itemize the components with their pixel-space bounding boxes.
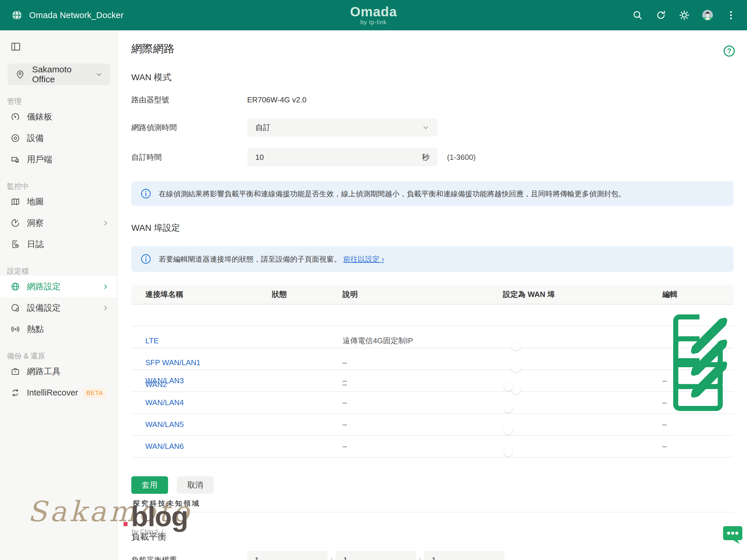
top-bar-actions (632, 0, 737, 30)
port-description: – (342, 398, 503, 407)
col-set-as-wan: 設定為 WAN 埠 (503, 289, 662, 299)
detection-interval-select[interactable]: 自訂 (247, 118, 438, 136)
col-edit: 編輯 (662, 289, 733, 299)
router-model-label: 路由器型號 (131, 95, 247, 105)
lb-colon: : (331, 551, 333, 560)
load-balance-weight-row: 負載平衡權重 : : (131, 551, 733, 560)
chevron-down-icon (95, 71, 103, 78)
main-content: ? 網際網路 WAN 模式 路由器型號 ER706W-4G v2.0 網路偵測時… (118, 30, 747, 560)
col-description: 說明 (342, 289, 503, 299)
section-label-management: 管理 (7, 96, 117, 106)
chevron-right-icon (102, 219, 109, 227)
sidebar-collapse-icon[interactable] (10, 42, 21, 52)
sidebar: Sakamoto Office 管理 儀錶板 設備 用戶端 (0, 30, 118, 560)
port-name-link[interactable]: WAN/LAN5 (145, 420, 272, 429)
sidebar-item-hotspot[interactable]: 熱點 (0, 319, 117, 340)
omada-controller-page: Omada Network_Docker Omada by tp-link (0, 0, 747, 560)
site-selector[interactable]: Sakamoto Office (7, 63, 110, 85)
sidebar-item-clients[interactable]: 用戶端 (0, 149, 117, 170)
port-name-link[interactable]: WAN/LAN6 (145, 442, 272, 451)
table-row: WAN/LAN6 – – (131, 436, 733, 458)
beta-badge: BETA (83, 388, 106, 398)
section-label-monitoring: 監控中 (7, 181, 117, 191)
wan-port-info-banner: 若要編輯閘道器連接埠的狀態，請至設備的子頁面視窗。 前往以設定 › (131, 246, 733, 272)
sidebar-item-intellirecover[interactable]: IntelliRecover BETA (0, 382, 117, 403)
load-balance-heading: 負載平衡 (131, 531, 733, 542)
sidebar-item-label: IntelliRecover (27, 388, 78, 398)
apply-button[interactable]: 套用 (131, 476, 168, 494)
sidebar-item-label: 洞察 (27, 217, 44, 229)
custom-time-inputbox: 秒 (247, 148, 438, 166)
detection-interval-row: 網路偵測時間 自訂 (131, 118, 733, 136)
lb-weight-box-2 (336, 551, 416, 560)
sidebar-item-network-settings[interactable]: 網路設定 (0, 276, 117, 297)
hotspot-icon (10, 324, 20, 334)
detection-interval-value: 自訂 (255, 123, 422, 133)
wan-port-info-text: 若要編輯閘道器連接埠的狀態，請至設備的子頁面視窗。 前往以設定 › (159, 254, 384, 264)
briefcase-icon (10, 367, 20, 376)
detection-interval-label: 網路偵測時間 (131, 123, 247, 133)
table-row: WAN/LAN4 – – (131, 392, 733, 414)
clients-icon (10, 155, 20, 164)
edit-icon[interactable] (662, 415, 733, 420)
refresh-icon[interactable] (655, 9, 667, 21)
go-to-configure-link[interactable]: 前往以設定 › (343, 255, 384, 263)
globe-icon (11, 9, 23, 21)
sidebar-item-insights[interactable]: 洞察 (0, 212, 117, 234)
controller-title: Omada Network_Docker (29, 10, 124, 20)
sidebar-item-label: 網路工具 (27, 366, 61, 377)
detection-info-text: 在線偵測結果將影響負載平衡和連線備援功能是否生效，線上偵測期間越小，負載平衡和連… (159, 188, 626, 199)
custom-time-input[interactable] (255, 153, 422, 162)
lb-colon: : (419, 551, 421, 560)
more-menu-icon[interactable] (725, 9, 737, 21)
sidebar-item-logs[interactable]: 日誌 (0, 234, 117, 255)
sidebar-item-network-tools[interactable]: 網路工具 (0, 361, 117, 382)
detection-info-banner: 在線偵測結果將影響負載平衡和連線備援功能是否生效，線上偵測期間越小，負載平衡和連… (131, 181, 733, 206)
port-description: – (342, 442, 503, 451)
table-header-row: 連接埠名稱 狀態 說明 設定為 WAN 埠 編輯 (131, 285, 733, 304)
chat-bubble-button[interactable] (722, 525, 743, 545)
lb-weight-box-3 (424, 551, 505, 560)
col-status: 狀態 (272, 289, 342, 299)
lb-weight-input-3[interactable] (432, 556, 497, 560)
theme-brightness-icon[interactable] (678, 9, 690, 21)
cancel-button[interactable]: 取消 (177, 476, 213, 494)
port-name-link[interactable]: SFP WAN/LAN1 (145, 358, 272, 367)
custom-time-unit: 秒 (422, 152, 430, 162)
chevron-down-icon (422, 124, 430, 131)
wan-port-heading: WAN 埠設定 (131, 222, 733, 233)
edit-dash: – (662, 398, 667, 407)
lb-weight-input-2[interactable] (343, 556, 409, 560)
sidebar-item-dashboard[interactable]: 儀錶板 (0, 106, 117, 128)
user-avatar[interactable] (701, 9, 714, 21)
sync-arrows-icon (10, 388, 20, 398)
sidebar-item-map[interactable]: 地圖 (0, 191, 117, 212)
sidebar-item-label: 儀錶板 (27, 111, 52, 123)
search-icon[interactable] (632, 9, 644, 21)
load-balance-weight-label: 負載平衡權重 (131, 551, 247, 560)
sidebar-item-device-settings[interactable]: 設備設定 (0, 297, 117, 319)
lb-weight-box-1 (247, 551, 328, 560)
chevron-right-icon (102, 304, 109, 312)
wan-port-info-message: 若要編輯閘道器連接埠的狀態，請至設備的子頁面視窗。 (159, 255, 341, 263)
location-pin-icon (15, 70, 25, 79)
help-icon[interactable]: ? (722, 44, 736, 58)
section-label-backup-restore: 備份 & 還原 (7, 351, 117, 361)
edit-dash: – (662, 420, 667, 429)
port-name-link[interactable]: LTE (145, 336, 272, 345)
table-row: WAN/LAN5 – – (131, 414, 733, 436)
svg-text:?: ? (727, 47, 731, 55)
port-description: – (342, 358, 503, 367)
chevron-right-icon (102, 283, 109, 291)
sidebar-item-label: 日誌 (27, 239, 44, 250)
port-name-link[interactable]: WAN/LAN3 (145, 376, 272, 385)
sidebar-item-devices[interactable]: 設備 (0, 128, 117, 149)
omada-logo-subtext: by tp-link (350, 19, 397, 26)
sidebar-item-label: 地圖 (27, 196, 44, 208)
lb-weight-input-1[interactable] (255, 556, 320, 560)
table-row: LTE 遠傳電信4G固定制IP – (131, 304, 733, 326)
sidebar-item-label: 用戶端 (27, 154, 52, 165)
port-name-link[interactable]: WAN/LAN4 (145, 398, 272, 407)
site-title-group: Omada Network_Docker (0, 9, 124, 21)
top-bar: Omada Network_Docker Omada by tp-link (0, 0, 747, 30)
